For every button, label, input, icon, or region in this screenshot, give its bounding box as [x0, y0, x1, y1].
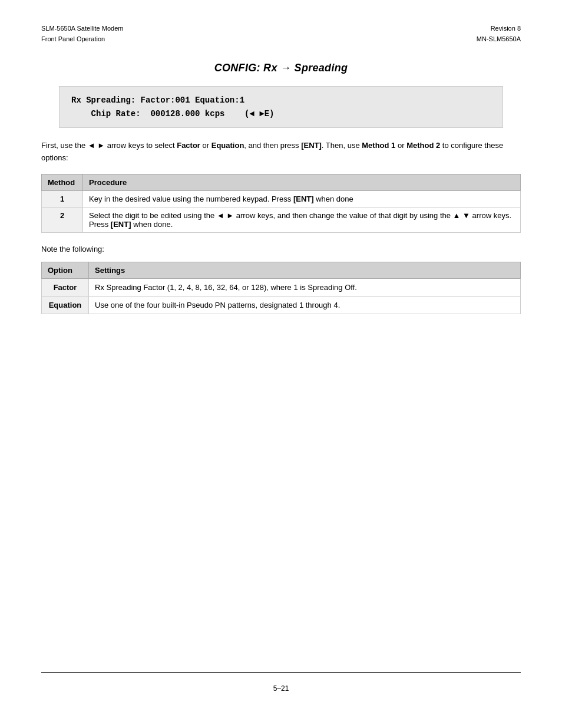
option-row-factor: Factor Rx Spreading Factor (1, 2, 4, 8, …	[42, 278, 521, 296]
description-paragraph: First, use the ◄ ► arrow keys to select …	[41, 140, 521, 164]
header-left: SLM-5650A Satellite Modem Front Panel Op…	[41, 24, 123, 44]
option-row-equation: Equation Use one of the four built-in Ps…	[42, 296, 521, 314]
method-2-procedure: Select the digit to be edited using the …	[83, 207, 521, 232]
note-text: Note the following:	[41, 245, 521, 253]
code-line-2: Chip Rate: 000128.000 kcps (◄ ►E)	[71, 107, 491, 120]
option-equation-label: Equation	[42, 296, 89, 314]
option-factor-label: Factor	[42, 278, 89, 296]
page-number: 5–21	[273, 684, 289, 693]
method-row-1: 1 Key in the desired value using the num…	[42, 190, 521, 207]
page-footer: 5–21	[41, 672, 521, 693]
option-factor-settings: Rx Spreading Factor (1, 2, 4, 8, 16, 32,…	[89, 278, 521, 296]
option-table: Option Settings Factor Rx Spreading Fact…	[41, 262, 521, 314]
option-table-header-option: Option	[42, 262, 89, 278]
header-right: Revision 8 MN-SLM5650A	[477, 24, 521, 44]
code-line-1: Rx Spreading: Factor:001 Equation:1	[71, 94, 491, 107]
code-block: Rx Spreading: Factor:001 Equation:1 Chip…	[59, 86, 503, 128]
header-doc-num: MN-SLM5650A	[477, 34, 521, 45]
header-section: Front Panel Operation	[41, 34, 123, 45]
method-2-label: 2	[42, 207, 83, 232]
page-header: SLM-5650A Satellite Modem Front Panel Op…	[41, 24, 521, 44]
method-table-header-procedure: Procedure	[83, 174, 521, 190]
method-1-procedure: Key in the desired value using the numbe…	[83, 190, 521, 207]
method-table-header-method: Method	[42, 174, 83, 190]
option-equation-settings: Use one of the four built-in Pseudo PN p…	[89, 296, 521, 314]
method-table: Method Procedure 1 Key in the desired va…	[41, 174, 521, 233]
method-row-2: 2 Select the digit to be edited using th…	[42, 207, 521, 232]
header-product: SLM-5650A Satellite Modem	[41, 24, 123, 34]
header-revision: Revision 8	[477, 24, 521, 34]
page: SLM-5650A Satellite Modem Front Panel Op…	[0, 0, 562, 728]
option-table-header-settings: Settings	[89, 262, 521, 278]
method-1-label: 1	[42, 190, 83, 207]
page-title: CONFIG: Rx → Spreading	[41, 62, 521, 74]
